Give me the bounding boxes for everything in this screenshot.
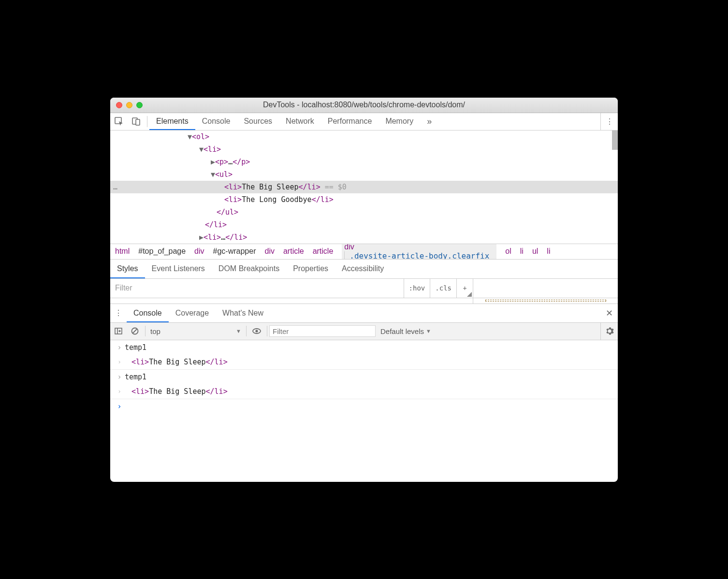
live-expression-icon[interactable] bbox=[248, 326, 265, 336]
output-marker-icon: ‹ bbox=[114, 384, 125, 399]
dom-node[interactable]: <li>The Long Goodbye</li> bbox=[110, 193, 618, 206]
breadcrumb-item[interactable]: article bbox=[283, 247, 304, 256]
input-marker-icon: › bbox=[114, 340, 125, 355]
add-style-rule-button[interactable]: + bbox=[456, 279, 473, 298]
dom-breadcrumbs[interactable]: html#top_of_pagediv#gc-wrapperdivarticle… bbox=[110, 244, 618, 259]
execution-context-label: top bbox=[150, 327, 160, 335]
close-window-button[interactable] bbox=[116, 102, 122, 108]
breadcrumb-item[interactable]: li bbox=[547, 247, 550, 256]
console-output-node[interactable]: <li>The Big Sleep</li> bbox=[125, 355, 228, 369]
styles-tab-accessibility[interactable]: Accessibility bbox=[335, 260, 391, 278]
dom-node[interactable]: </li> bbox=[110, 218, 618, 231]
main-menu-button[interactable]: ⋮ bbox=[600, 113, 618, 130]
input-marker-icon: › bbox=[114, 370, 125, 384]
chevron-down-icon: ▼ bbox=[426, 328, 431, 334]
chevron-down-icon: ▼ bbox=[236, 328, 241, 334]
console-entry: ›temp1‹<li>The Big Sleep</li> bbox=[110, 370, 618, 399]
styles-tab-styles[interactable]: Styles bbox=[110, 260, 145, 278]
console-output[interactable]: ›temp1‹<li>The Big Sleep</li>›temp1‹<li>… bbox=[110, 340, 618, 482]
window-controls bbox=[116, 102, 143, 108]
tab-elements[interactable]: Elements bbox=[149, 113, 195, 130]
console-input-text: temp1 bbox=[125, 370, 146, 384]
drawer-tab-whatsnew[interactable]: What's New bbox=[216, 304, 270, 322]
console-prompt[interactable]: › bbox=[110, 399, 618, 414]
styles-tab-properties[interactable]: Properties bbox=[286, 260, 335, 278]
console-output-node[interactable]: <li>The Big Sleep</li> bbox=[125, 384, 228, 399]
drawer-tabbar: ⋮ Console Coverage What's New ✕ bbox=[110, 304, 618, 323]
breadcrumb-item[interactable]: #gc-wrapper bbox=[213, 247, 256, 256]
breadcrumb-item[interactable]: ol bbox=[505, 247, 511, 256]
dom-node[interactable]: ▼<li> bbox=[110, 143, 618, 156]
dom-node[interactable]: <li>The Big Sleep</li> == $0 bbox=[110, 181, 618, 193]
console-filter-input[interactable] bbox=[269, 325, 376, 337]
minimize-window-button[interactable] bbox=[126, 102, 132, 108]
drawer-close-button[interactable]: ✕ bbox=[600, 304, 618, 322]
main-tabbar: Elements Console Sources Network Perform… bbox=[110, 113, 618, 130]
styles-filter-input[interactable] bbox=[110, 279, 404, 298]
device-toolbar-icon[interactable] bbox=[128, 113, 145, 130]
dom-node[interactable]: ▼<ol> bbox=[110, 130, 618, 143]
svg-rect-2 bbox=[136, 119, 140, 125]
execution-context-selector[interactable]: top ▼ bbox=[147, 327, 244, 335]
tab-console[interactable]: Console bbox=[195, 113, 237, 130]
window-title: DevTools - localhost:8080/web/tools/chro… bbox=[110, 101, 618, 109]
tab-sources[interactable]: Sources bbox=[237, 113, 279, 130]
tab-network[interactable]: Network bbox=[279, 113, 321, 130]
tabs-overflow-button[interactable]: » bbox=[420, 113, 438, 130]
drawer-menu-button[interactable]: ⋮ bbox=[110, 304, 127, 322]
dom-node[interactable]: ▶<li>…</li> bbox=[110, 231, 618, 244]
toggle-hov-button[interactable]: :hov bbox=[404, 279, 430, 298]
devtools-window: DevTools - localhost:8080/web/tools/chro… bbox=[110, 98, 618, 482]
styles-toolbar: :hov .cls + bbox=[110, 278, 618, 298]
dom-tree[interactable]: ▼<ol>▼<li>▶<p>…</p>▼<ul><li>The Big Slee… bbox=[110, 130, 618, 244]
clear-console-icon[interactable] bbox=[127, 327, 143, 335]
breadcrumb-item[interactable]: #top_of_page bbox=[138, 247, 186, 256]
divider bbox=[147, 116, 147, 127]
console-input-text: temp1 bbox=[125, 340, 146, 355]
output-marker-icon: ‹ bbox=[114, 355, 125, 369]
toggle-cls-button[interactable]: .cls bbox=[430, 279, 456, 298]
breadcrumb-item[interactable]: div.devsite-article-body.clearfix bbox=[342, 244, 496, 259]
prompt-ready-icon: › bbox=[114, 399, 125, 414]
tab-performance[interactable]: Performance bbox=[321, 113, 379, 130]
console-settings-icon[interactable] bbox=[600, 323, 618, 340]
dom-node[interactable]: ▼<ul> bbox=[110, 168, 618, 181]
log-levels-selector[interactable]: Default levels ▼ bbox=[376, 327, 436, 335]
log-levels-label: Default levels bbox=[380, 327, 424, 335]
styles-tabbar: Styles Event Listeners DOM Breakpoints P… bbox=[110, 259, 618, 278]
dom-node[interactable]: </ul> bbox=[110, 206, 618, 218]
zoom-window-button[interactable] bbox=[136, 102, 143, 108]
breadcrumb-item[interactable]: div bbox=[265, 247, 275, 256]
inspect-element-icon[interactable] bbox=[110, 113, 128, 130]
styles-body bbox=[110, 298, 618, 304]
console-sidebar-toggle-icon[interactable] bbox=[110, 327, 127, 335]
dom-node[interactable]: ▶<p>…</p> bbox=[110, 156, 618, 168]
drawer-tab-console[interactable]: Console bbox=[127, 304, 169, 322]
breadcrumb-item[interactable]: article bbox=[313, 247, 334, 256]
tab-memory[interactable]: Memory bbox=[379, 113, 420, 130]
console-entry: ›temp1‹<li>The Big Sleep</li> bbox=[110, 340, 618, 370]
drawer-tab-coverage[interactable]: Coverage bbox=[169, 304, 216, 322]
styles-tab-dombreakpoints[interactable]: DOM Breakpoints bbox=[212, 260, 286, 278]
breadcrumb-item[interactable]: ul bbox=[532, 247, 538, 256]
breadcrumb-item[interactable]: div bbox=[194, 247, 204, 256]
svg-point-6 bbox=[255, 330, 258, 332]
console-toolbar: top ▼ Default levels ▼ bbox=[110, 323, 618, 340]
box-model-preview bbox=[485, 300, 606, 302]
scrollbar-thumb[interactable] bbox=[612, 130, 618, 150]
styles-tab-eventlisteners[interactable]: Event Listeners bbox=[145, 260, 212, 278]
breadcrumb-item[interactable]: html bbox=[115, 247, 130, 256]
breadcrumb-item[interactable]: li bbox=[520, 247, 524, 256]
titlebar: DevTools - localhost:8080/web/tools/chro… bbox=[110, 98, 618, 113]
